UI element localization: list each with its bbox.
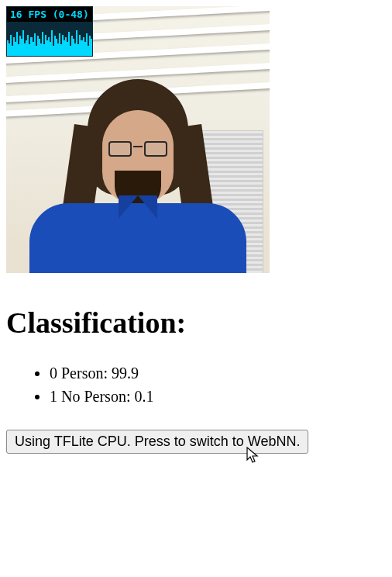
- result-item: 0 Person: 99.9: [50, 361, 386, 385]
- result-score: 99.9: [112, 365, 139, 382]
- fps-chart: [7, 22, 92, 56]
- switch-backend-button[interactable]: Using TFLite CPU. Press to switch to Web…: [6, 430, 308, 454]
- result-label: No Person: [61, 388, 126, 405]
- result-index: 0: [50, 365, 57, 382]
- fps-overlay: 16 FPS (0-48): [6, 6, 93, 57]
- result-index: 1: [50, 388, 57, 405]
- fps-label: 16 FPS (0-48): [7, 7, 92, 22]
- result-label: Person: [61, 365, 103, 382]
- result-item: 1 No Person: 0.1: [50, 385, 386, 408]
- person-icon: [37, 71, 239, 273]
- result-score: 0.1: [134, 388, 153, 405]
- classification-heading: Classification:: [6, 306, 386, 340]
- video-feed: 16 FPS (0-48): [6, 6, 270, 273]
- results-list: 0 Person: 99.91 No Person: 0.1: [50, 361, 386, 408]
